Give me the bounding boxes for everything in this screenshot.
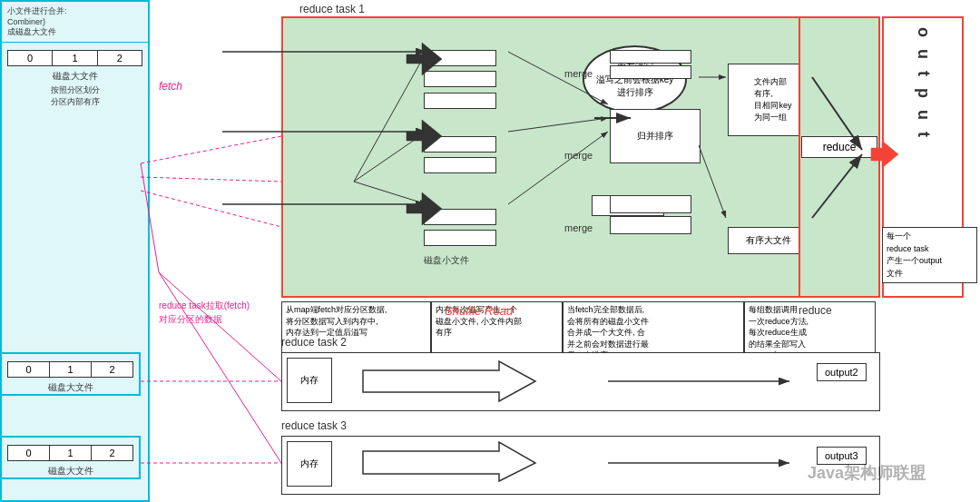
p3-cell-0: 0 <box>8 446 50 460</box>
sort-box: 归并排序 <box>610 109 701 163</box>
p2-cell-2: 2 <box>92 362 132 377</box>
disk-sub-label-1: 按照分区划分 分区内部有序 <box>2 84 148 107</box>
reduce-task1-title: reduce task 1 <box>299 3 365 15</box>
partition-table-2: 0 1 2 <box>7 361 133 378</box>
p3-cell-2: 2 <box>92 446 132 460</box>
large-file-box: 有序大文件 <box>728 227 809 254</box>
merged-rect-3 <box>610 195 691 213</box>
merge-label-2: merge <box>564 150 593 161</box>
merged-rect-4 <box>610 216 691 234</box>
p2-cell-0: 0 <box>8 362 50 377</box>
left-map-output-panel: 小文件进行合并: Combiner) 成磁盘大文件 0 1 2 磁盘大文件 按照… <box>0 0 150 502</box>
reduce-task3-box: 内存 <box>281 436 880 495</box>
merge-label-3: merge <box>564 222 593 233</box>
p3-cell-1: 1 <box>50 446 92 460</box>
disk-small-files-label: 磁盘小文件 <box>424 254 469 267</box>
partition-table-1: 0 1 2 <box>7 50 142 66</box>
svg-line-4 <box>141 136 281 163</box>
reduce-bottom-label: reduce <box>799 304 832 317</box>
svg-line-5 <box>141 177 281 182</box>
svg-line-6 <box>141 191 281 227</box>
partition-cell-2: 2 <box>98 51 142 65</box>
partition-panel-3: 0 1 2 磁盘大文件 <box>0 436 141 479</box>
reduce-task1-box: 内存溢写 溢写之前会根据key 进行排序 磁盘小文件 内存 merge merg… <box>281 16 880 298</box>
merge-label-1: merge <box>564 68 593 79</box>
memory-label-3: 内存 <box>287 441 332 487</box>
fetch-drag-label: reduce task拉取(fetch) <box>159 300 250 312</box>
combiner-label: 小文件进行合并: Combiner) 成磁盘大文件 <box>2 2 148 43</box>
small-rect-1 <box>424 50 496 66</box>
small-rect-7 <box>424 230 496 246</box>
small-rect-3 <box>424 93 496 109</box>
fetch-label: fetch <box>159 80 182 93</box>
small-rect-2 <box>424 71 496 87</box>
reduce-task3-title: reduce task 3 <box>281 419 347 432</box>
output2-box: output2 <box>817 363 867 381</box>
reduce-task2-title: reduce task 2 <box>281 336 347 349</box>
small-rect-5 <box>424 157 496 173</box>
watermark: Java架构师联盟 <box>808 462 926 484</box>
right-desc-box: 每一个 reduce task 产生一个output 文件 <box>882 227 977 283</box>
partition-cell-1: 1 <box>53 51 97 65</box>
partition-cell-0: 0 <box>8 51 53 65</box>
p2-cell-1: 1 <box>50 362 92 377</box>
output-vertical-label: o u t p u t <box>914 27 933 141</box>
disk-label-1: 磁盘大文件 <box>2 70 148 83</box>
disk-label-2: 磁盘大文件 <box>2 381 139 394</box>
reduce-label: reduce <box>801 136 877 158</box>
small-rect-4 <box>424 136 496 153</box>
small-rect-6 <box>424 209 496 225</box>
reduce-task2-box: 内存 <box>281 352 880 411</box>
merged-rect-2 <box>610 65 691 79</box>
merged-rect-1 <box>610 50 691 64</box>
shuffle-read-label: Shuffle Read <box>445 304 513 318</box>
fetch-drag-sub: 对应分区的数据 <box>159 313 222 326</box>
memory-label-2: 内存 <box>287 358 332 403</box>
svg-line-10 <box>159 272 281 381</box>
partition-table-3: 0 1 2 <box>7 445 133 461</box>
partition-panel-2: 0 1 2 磁盘大文件 <box>0 352 141 396</box>
disk-label-3: 磁盘大文件 <box>2 465 139 477</box>
